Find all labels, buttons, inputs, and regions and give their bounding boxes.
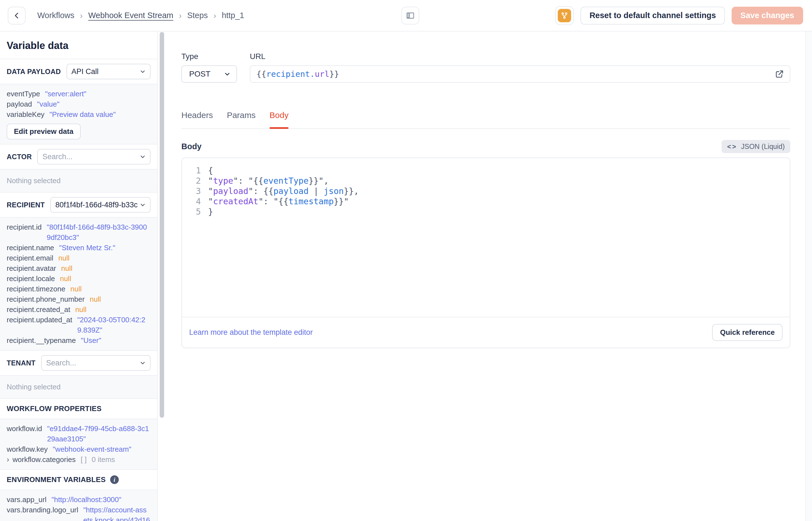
actor-empty-state: Nothing selected <box>0 169 157 192</box>
line-number: 4 <box>182 196 201 206</box>
kv-key: recipient.timezone <box>7 284 65 294</box>
data-payload-row: DATA PAYLOAD API Call <box>0 59 157 84</box>
recipient-select[interactable]: 80f1f4bf-166d-48f9-b33c <box>50 197 150 213</box>
data-payload-label: DATA PAYLOAD <box>7 68 61 76</box>
actor-search-select[interactable]: Search... <box>37 149 150 164</box>
code-line: 5} <box>182 206 790 217</box>
environment-variables-label: ENVIRONMENT VARIABLES <box>7 475 106 484</box>
type-label: Type <box>182 52 237 61</box>
tab-headers[interactable]: Headers <box>182 111 213 128</box>
kv-row: recipient.name"Steven Metz Sr." <box>7 243 150 253</box>
recipient-label: RECIPIENT <box>7 201 45 209</box>
step-editor-main: Type POST URL {{recipient.url}} <box>167 31 812 521</box>
breadcrumb-separator: › <box>80 11 82 20</box>
tenant-label: TENANT <box>7 359 35 367</box>
language-badge-label: JSON (Liquid) <box>741 142 785 151</box>
language-badge: <> JSON (Liquid) <box>722 140 790 153</box>
breadcrumb: Workflows›Webhook Event Stream›Steps›htt… <box>37 11 244 20</box>
kv-key: variableKey <box>7 109 45 120</box>
kv-row: recipient.updated_at"2024-03-05T00:42:29… <box>7 315 150 335</box>
save-changes-button[interactable]: Save changes <box>732 7 803 24</box>
sidebar-title: Variable data <box>0 31 157 59</box>
kv-key: eventType <box>7 89 40 99</box>
breadcrumb-separator: › <box>213 11 216 20</box>
kv-value: null <box>70 284 81 294</box>
kv-row: vars.app_url"http://localhost:3000" <box>7 495 150 505</box>
kv-row: recipient.localenull <box>7 274 150 284</box>
code-line: 1{ <box>182 165 790 176</box>
line-number: 2 <box>182 176 201 186</box>
topbar-actions: Reset to default channel settings Save c… <box>555 6 803 25</box>
kv-row: recipient.phone_numbernull <box>7 294 150 304</box>
sidebar-toggle-button[interactable] <box>401 7 419 24</box>
url-label: URL <box>250 52 790 61</box>
kv-value: "Preview data value" <box>49 109 116 120</box>
tab-body[interactable]: Body <box>269 111 288 128</box>
kv-row: eventType"server:alert" <box>7 89 150 99</box>
tab-params[interactable]: Params <box>227 111 255 128</box>
edit-preview-data-button[interactable]: Edit preview data <box>7 123 81 139</box>
environment-variables-header: ENVIRONMENT VARIABLES i <box>0 470 157 490</box>
kv-row: vars.branding.logo_url"https://account-a… <box>7 505 150 521</box>
recipient-row: RECIPIENT 80f1f4bf-166d-48f9-b33c <box>0 192 157 218</box>
commit-changes-button[interactable] <box>555 6 574 25</box>
breadcrumb-item: Steps <box>187 11 208 20</box>
app-window: Workflows›Webhook Event Stream›Steps›htt… <box>0 0 812 521</box>
external-link-icon[interactable] <box>775 69 784 79</box>
code-line: 4"createdAt": "{{timestamp}}" <box>182 196 790 206</box>
chevron-down-icon <box>139 153 146 160</box>
breadcrumb-item[interactable]: Webhook Event Stream <box>88 11 173 20</box>
editor-footer: Learn more about the template editor Qui… <box>182 317 790 347</box>
chevron-down-icon <box>139 360 146 366</box>
code-line: 3"payload": {{payload | json}}, <box>182 186 790 196</box>
chevron-down-icon <box>224 70 231 78</box>
kv-key: recipient.created_at <box>7 304 70 315</box>
kv-count: 0 items <box>92 454 115 465</box>
kv-value: "2024-03-05T00:42:29.839Z" <box>77 315 150 335</box>
kv-row: recipient.id"80f1f4bf-166d-48f9-b33c-390… <box>7 222 150 243</box>
sidebar-panel-icon <box>405 10 415 21</box>
reset-default-channel-settings-button[interactable]: Reset to default channel settings <box>580 7 725 24</box>
kv-row: variableKey"Preview data value" <box>7 109 150 120</box>
chevron-down-icon <box>139 68 146 75</box>
kv-row: recipient.emailnull <box>7 253 150 263</box>
workflow-properties-label: WORKFLOW PROPERTIES <box>7 404 101 413</box>
kv-value: null <box>61 263 72 274</box>
kv-row: recipient.timezonenull <box>7 284 150 294</box>
kv-key: recipient.updated_at <box>7 315 72 325</box>
kv-value: "value" <box>37 99 59 109</box>
info-icon[interactable]: i <box>110 475 119 484</box>
kv-row: payload"value" <box>7 99 150 109</box>
kv-key: workflow.categories <box>13 454 76 465</box>
back-button[interactable] <box>8 7 26 24</box>
http-method-select[interactable]: POST <box>182 65 237 83</box>
learn-more-link[interactable]: Learn more about the template editor <box>189 328 313 337</box>
main-scrollbar-track[interactable] <box>805 31 812 521</box>
data-payload-select[interactable]: API Call <box>67 64 150 79</box>
url-value: {{recipient.url}} <box>257 69 339 79</box>
kv-value: null <box>58 253 70 263</box>
tenant-search-select[interactable]: Search... <box>41 355 150 371</box>
payload-preview-section: eventType"server:alert"payload"value"var… <box>0 84 157 144</box>
breadcrumb-item[interactable]: Workflows <box>37 11 74 20</box>
kv-key: workflow.key <box>7 444 48 454</box>
kv-row: recipient.__typename"User" <box>7 335 150 346</box>
sidebar-scrollbar-thumb[interactable] <box>160 32 164 418</box>
kv-row-collapsible[interactable]: ›workflow.categories[ ]0 items <box>7 454 150 465</box>
code-area[interactable]: 1{2"type": "{{eventType}}",3"payload": {… <box>182 158 790 317</box>
kv-value: null <box>60 274 71 284</box>
url-input[interactable]: {{recipient.url}} <box>250 65 790 83</box>
kv-key: recipient.locale <box>7 274 55 284</box>
kv-key: recipient.__typename <box>7 335 76 346</box>
kv-value: [ ] <box>81 454 87 465</box>
chevron-down-icon <box>139 202 146 208</box>
top-bar: Workflows›Webhook Event Stream›Steps›htt… <box>0 0 812 31</box>
chevron-left-icon <box>13 12 21 20</box>
tabs: HeadersParamsBody <box>182 111 790 129</box>
kv-key: recipient.name <box>7 243 54 253</box>
body-section-header: Body <> JSON (Liquid) <box>182 140 790 153</box>
quick-reference-button[interactable]: Quick reference <box>712 324 783 341</box>
kv-value: "Steven Metz Sr." <box>59 243 115 253</box>
code-icon: <> <box>727 143 737 151</box>
tenant-row: TENANT Search... <box>0 351 157 376</box>
